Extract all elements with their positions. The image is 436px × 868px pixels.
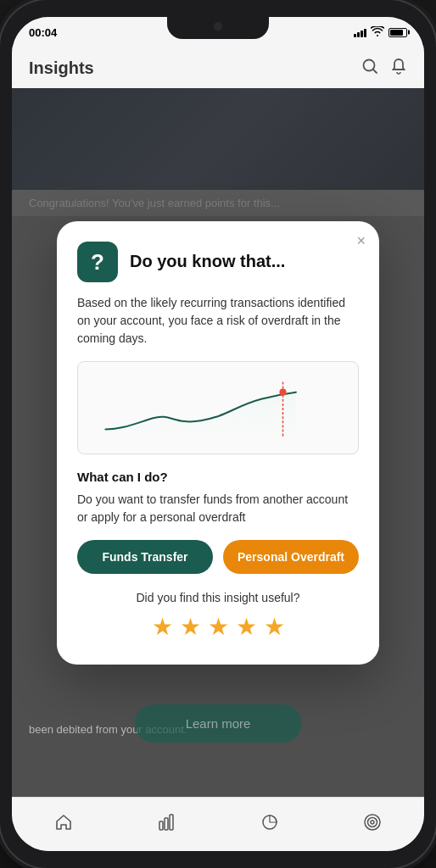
pie-chart-icon (260, 813, 279, 837)
star-4[interactable]: ★ (236, 613, 257, 641)
personal-overdraft-button[interactable]: Personal Overdraft (223, 540, 359, 574)
wifi-icon (371, 26, 384, 39)
home-icon (54, 813, 73, 837)
svg-rect-6 (170, 815, 173, 830)
modal-description: Based on the likely recurring transactio… (77, 294, 359, 348)
search-icon[interactable] (361, 58, 378, 79)
svg-point-9 (368, 817, 377, 826)
action-buttons: Funds Transfer Personal Overdraft (77, 540, 359, 574)
camera-dot (214, 22, 222, 31)
star-2[interactable]: ★ (180, 613, 201, 641)
modal-overlay: × ? Do you know that... Based on the lik… (12, 88, 424, 797)
svg-rect-4 (159, 821, 163, 830)
rating-question: Did you find this insight useful? (77, 591, 359, 604)
battery-icon (388, 28, 407, 37)
star-rating[interactable]: ★ ★ ★ ★ ★ (77, 613, 359, 641)
modal-header: ? Do you know that... (77, 242, 359, 282)
insight-modal: × ? Do you know that... Based on the lik… (57, 221, 379, 665)
nav-home[interactable] (41, 806, 87, 843)
page-title: Insights (29, 58, 94, 78)
phone-screen: 00:04 (12, 17, 424, 851)
what-can-i-do-title: What can I do? (77, 470, 359, 484)
svg-point-10 (371, 821, 374, 824)
status-icons (354, 26, 407, 39)
status-time: 00:04 (29, 26, 57, 39)
rating-section: Did you find this insight useful? ★ ★ ★ … (77, 591, 359, 641)
modal-close-button[interactable]: × (356, 233, 366, 248)
what-can-i-do-description: Do you want to transfer funds from anoth… (77, 491, 359, 526)
nav-icons (361, 58, 407, 79)
modal-title: Do you know that... (130, 252, 285, 271)
star-3[interactable]: ★ (208, 613, 229, 641)
top-nav: Insights (12, 47, 424, 88)
phone-frame: 00:04 (0, 0, 436, 868)
svg-point-3 (279, 388, 286, 395)
svg-line-1 (373, 69, 377, 73)
analytics-icon (157, 813, 176, 837)
svg-point-8 (365, 815, 380, 830)
nav-portfolio[interactable] (247, 806, 293, 843)
background-content: Congratulations! You've just earned poin… (12, 88, 424, 797)
target-icon (363, 813, 382, 837)
funds-transfer-button[interactable]: Funds Transfer (77, 540, 213, 574)
nav-analytics[interactable] (143, 806, 189, 843)
question-icon-container: ? (77, 242, 118, 282)
star-1[interactable]: ★ (152, 613, 173, 641)
svg-rect-5 (165, 818, 168, 830)
notification-icon[interactable] (390, 58, 407, 79)
overdraft-chart (77, 361, 359, 454)
star-5[interactable]: ★ (264, 613, 285, 641)
nav-targets[interactable] (349, 806, 395, 843)
bottom-nav (12, 797, 424, 851)
signal-icon (354, 27, 366, 37)
question-mark-icon: ? (91, 251, 104, 273)
learn-more-button[interactable]: Learn more (135, 704, 302, 743)
